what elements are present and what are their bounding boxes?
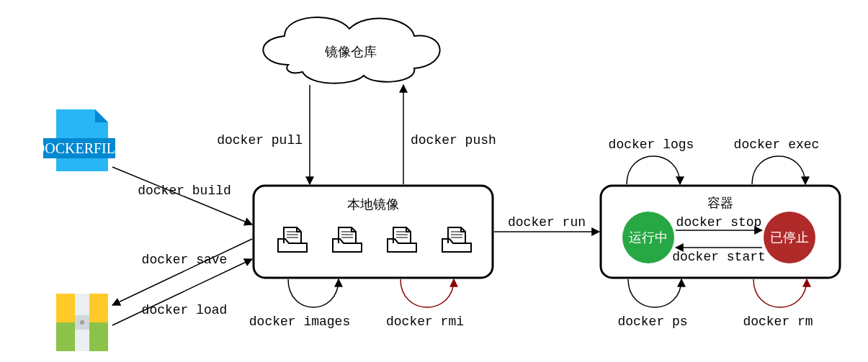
running-label: 运行中 [629, 230, 668, 245]
rm-label: docker rm [743, 315, 813, 329]
logs-edge [627, 156, 680, 184]
containers-node: 容器 运行中 已停止 docker stop docker start [601, 186, 840, 278]
rmi-label: docker rmi [386, 315, 464, 329]
images-edge [288, 279, 339, 307]
start-label: docker start [672, 250, 766, 264]
archive-node [56, 294, 108, 351]
dockerfile-label: DOCKERFILE [35, 140, 124, 156]
save-label: docker save [142, 253, 228, 267]
exec-label: docker exec [734, 137, 820, 152]
local-images-node: 本地镜像 [254, 186, 493, 278]
build-label: docker build [138, 184, 231, 198]
pull-label: docker pull [217, 133, 303, 148]
stopped-label: 已停止 [770, 230, 809, 245]
logs-label: docker logs [609, 137, 694, 152]
push-label: docker push [411, 133, 496, 148]
registry-label: 镜像仓库 [324, 45, 377, 59]
registry-node: 镜像仓库 [263, 17, 439, 83]
rm-edge [753, 279, 807, 307]
load-label: docker load [142, 303, 228, 317]
run-label: docker run [508, 215, 586, 230]
exec-edge [752, 156, 805, 184]
docker-workflow-diagram: 镜像仓库 本地镜像 容器 [0, 0, 868, 362]
local-images-label: 本地镜像 [347, 197, 399, 212]
containers-label: 容器 [707, 196, 733, 210]
dockerfile-node: DOCKERFILE [35, 109, 124, 171]
images-label: docker images [249, 315, 350, 329]
ps-edge [628, 279, 681, 307]
ps-label: docker ps [617, 315, 687, 329]
image-icons [278, 227, 471, 252]
stop-label: docker stop [676, 215, 762, 230]
save-edge [112, 239, 252, 305]
rmi-edge [401, 279, 454, 307]
svg-point-7 [80, 320, 84, 325]
